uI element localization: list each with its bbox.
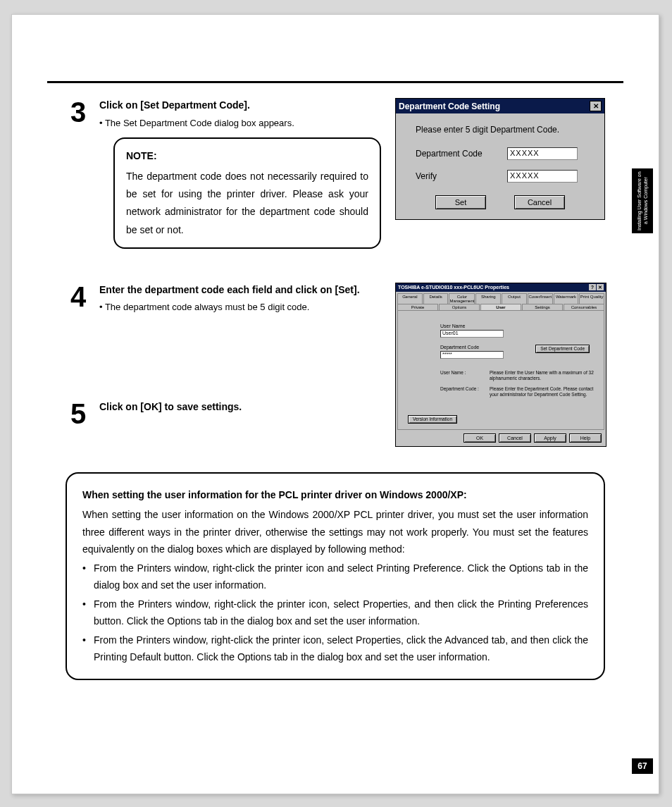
dialog-title-text: Department Code Setting: [399, 101, 500, 111]
verify-input[interactable]: XXXXX: [507, 170, 578, 183]
label-department-code: Department Code: [416, 149, 507, 159]
tab-cover-insert[interactable]: Cover/Insert: [528, 293, 553, 304]
close-icon[interactable]: ✕: [597, 284, 604, 290]
set-button[interactable]: Set: [435, 195, 486, 209]
dialog-printer-properties: TOSHIBA e-STUDIO810 xxx-PCL6UC Propertie…: [395, 283, 606, 447]
tab-private[interactable]: Private: [397, 304, 438, 310]
username-input[interactable]: User01: [440, 330, 504, 338]
tab-details[interactable]: Details: [423, 293, 449, 304]
help-icon[interactable]: ?: [589, 284, 596, 290]
header-rule: [47, 81, 623, 83]
tab-general[interactable]: General: [397, 293, 423, 304]
tab-user[interactable]: User: [480, 304, 521, 310]
info-username-label: User Name :: [440, 370, 483, 382]
info-username-text: Please Enter the User Name with a maximu…: [490, 370, 595, 382]
dialog-department-code-setting: Department Code Setting ✕ Please enter 5…: [395, 98, 605, 220]
tab-panel-user: User Name User01 Department Code ***** S…: [397, 310, 604, 430]
step-number: 5: [66, 400, 91, 428]
tab-print-quality[interactable]: Print Quality: [579, 293, 604, 304]
note-heading: NOTE:: [126, 147, 368, 165]
step-title: Enter the department code each field and…: [99, 283, 382, 298]
cancel-button[interactable]: Cancel: [514, 195, 565, 209]
department-code-input[interactable]: XXXXX: [507, 147, 578, 160]
help-button[interactable]: Help: [569, 433, 602, 443]
bullet-item: •From the Printers window, right-click t…: [82, 596, 588, 630]
cancel-button[interactable]: Cancel: [499, 433, 531, 443]
bullet-item: •From the Printers window, right-click t…: [82, 560, 588, 594]
info-deptcode-text: Please Enter the Department Code. Please…: [490, 386, 595, 398]
label-verify: Verify: [416, 171, 507, 181]
step-5: 5 Click on [OK] to save settings.: [66, 400, 382, 428]
set-department-code-button[interactable]: Set Department Code: [535, 345, 590, 353]
tab-settings[interactable]: Settings: [522, 304, 563, 310]
tab-color-management[interactable]: Color Management: [449, 293, 475, 304]
document-page: Installing User Software on a Windows Co…: [11, 14, 659, 794]
info-box-heading: When setting the user information for th…: [82, 486, 588, 504]
step-4: 4 Enter the department code each field a…: [66, 283, 382, 315]
dialog-titlebar: TOSHIBA e-STUDIO810 xxx-PCL6UC Propertie…: [396, 283, 606, 292]
close-icon[interactable]: ✕: [590, 101, 602, 111]
step-number: 4: [66, 283, 91, 315]
tab-watermark[interactable]: Watermark: [554, 293, 579, 304]
note-body: The department code does not necessarily…: [126, 168, 368, 239]
page-number: 67: [632, 758, 653, 774]
tab-consumables[interactable]: Consumables: [564, 304, 604, 310]
note-box: NOTE: The department code does not neces…: [113, 137, 381, 249]
version-information-button[interactable]: Version Information: [408, 415, 457, 424]
info-deptcode-label: Department Code :: [440, 386, 483, 398]
dialog-message: Please enter 5 digit Department Code.: [416, 125, 592, 135]
dialog-titlebar: Department Code Setting ✕: [396, 99, 604, 113]
bullet-item: •From the Printers window, right-click t…: [82, 632, 588, 666]
step-sub: • The Set Department Code dialog box app…: [99, 116, 382, 130]
apply-button[interactable]: Apply: [534, 433, 566, 443]
tab-output[interactable]: Output: [502, 293, 527, 304]
step-title: Click on [OK] to save settings.: [99, 400, 382, 415]
tab-strip: General Details Color Management Sharing…: [396, 292, 606, 310]
ok-button[interactable]: OK: [463, 433, 496, 443]
tab-sharing[interactable]: Sharing: [475, 293, 501, 304]
step-number: 3: [66, 98, 91, 249]
dialog-title-text: TOSHIBA e-STUDIO810 xxx-PCL6UC Propertie…: [398, 285, 509, 290]
department-code-input[interactable]: *****: [440, 351, 504, 359]
page-content: 3 Click on [Set Department Code]. • The …: [66, 98, 605, 680]
step-title: Click on [Set Department Code].: [99, 98, 382, 113]
tab-options[interactable]: Options: [439, 304, 480, 310]
label-username: User Name: [440, 324, 595, 328]
info-box-pcl-driver: When setting the user information for th…: [66, 472, 605, 680]
section-tab: Installing User Software on a Windows Co…: [632, 168, 653, 233]
info-box-intro: When setting the user information on the…: [82, 506, 588, 558]
step-sub: • The department code always must be 5 d…: [99, 300, 382, 314]
step-3: 3 Click on [Set Department Code]. • The …: [66, 98, 382, 249]
